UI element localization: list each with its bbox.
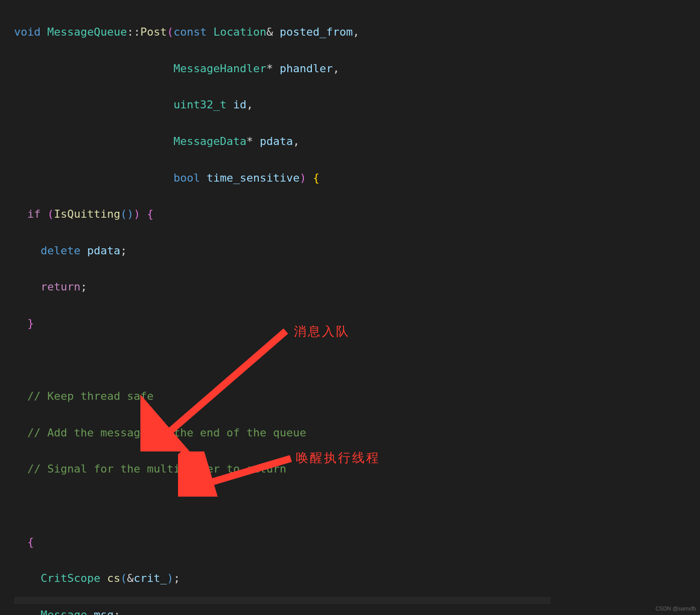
code-line: CritScope cs(&crit_); <box>14 569 700 587</box>
code-line: // Signal for the multiplexer to return <box>14 460 700 478</box>
horizontal-scrollbar[interactable] <box>14 597 551 604</box>
code-line: if (IsQuitting()) { <box>14 205 700 223</box>
code-line: uint32_t id, <box>14 96 700 114</box>
code-line: return; <box>14 278 700 296</box>
watermark: CSDN @samxfb <box>655 604 696 613</box>
code-line <box>14 497 700 515</box>
code-line: // Add the message to the end of the que… <box>14 424 700 442</box>
code-line: } <box>14 315 700 333</box>
code-line: MessageHandler* phandler, <box>14 60 700 78</box>
code-line <box>14 351 700 369</box>
code-editor: void MessageQueue::Post(const Location& … <box>0 0 700 615</box>
code-line: { <box>14 533 700 551</box>
code-line: Message msg; <box>14 606 700 615</box>
code-line: MessageData* pdata, <box>14 132 700 150</box>
code-line: // Keep thread safe <box>14 387 700 405</box>
code-line: void MessageQueue::Post(const Location& … <box>14 23 700 41</box>
code-line: bool time_sensitive) { <box>14 169 700 187</box>
code-line: delete pdata; <box>14 242 700 260</box>
